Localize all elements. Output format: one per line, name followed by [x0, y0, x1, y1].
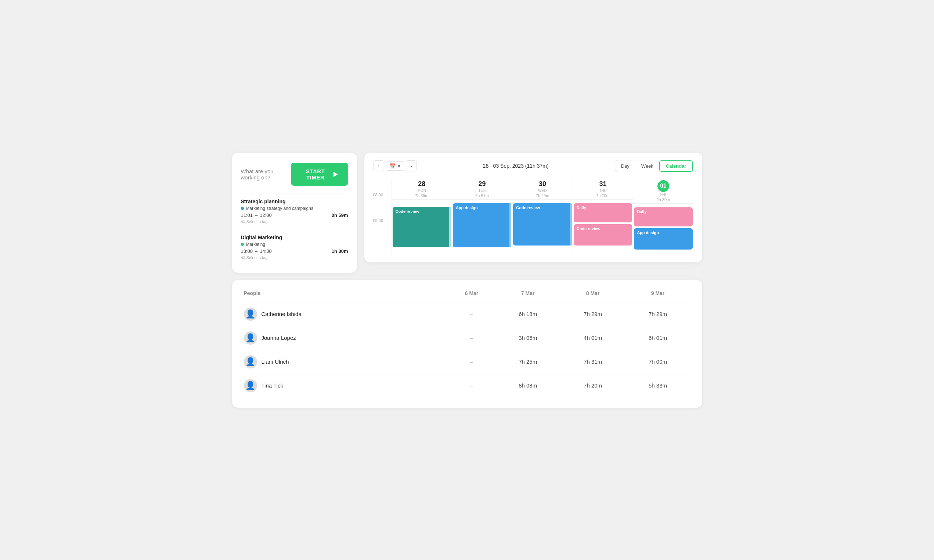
play-icon [333, 172, 338, 177]
table-row: 👤 Joanna Lopez –3h 05m4h 01m6h 01m [244, 326, 690, 350]
entry-tag[interactable]: 🏷 Select a tag [241, 255, 348, 260]
entry-start: 11:01 [241, 212, 253, 218]
person-cell: 👤 Liam Ulrich [244, 350, 448, 374]
time-label-8: 08:00 [373, 193, 392, 218]
person-day-value: 7h 29m [625, 302, 690, 326]
entry-duration: 1h 30m [332, 248, 348, 254]
tab-calendar[interactable]: Calendar [659, 160, 693, 172]
person-day-value: 7h 00m [625, 350, 690, 374]
day-number-28: 28 [394, 180, 450, 188]
entry-end: 14:30 [260, 248, 272, 254]
cal-event[interactable]: App design [453, 203, 511, 247]
calendar-grid: 08:00 09:00 28 MON 7h 39m Code review [373, 178, 693, 255]
cal-event[interactable]: Code review [393, 207, 451, 247]
day-header-thu: 31 THU 7h 20m [573, 178, 633, 200]
entry-times: 13:00 – 14:30 1h 30m [241, 248, 348, 254]
day-events-wed: Code review [513, 200, 572, 255]
avatar-icon: 👤 [245, 310, 255, 318]
day-total-mon: 7h 39m [394, 193, 450, 198]
day-header-fri: 01 FRI 2h 30m [633, 178, 693, 204]
calendar-icon: 📅 [390, 163, 395, 169]
calendar-prev-button[interactable]: ‹ [373, 160, 384, 171]
person-day-value: 6h 01m [625, 326, 690, 350]
timer-top-section: What are you working on? START TIMER [241, 160, 348, 193]
person-day-value: 7h 20m [560, 374, 625, 397]
entry-tag[interactable]: 🏷 Select a tag [241, 220, 348, 224]
entry-time-range: 13:00 – 14:30 [241, 248, 272, 254]
cal-event[interactable]: Code review [513, 203, 571, 246]
table-header-row: People 6 Mar 7 Mar 8 Mar 9 Mar [244, 290, 690, 302]
person-name: Catherine Ishida [261, 311, 301, 317]
calendar-view-tabs: Day Week Calendar [615, 160, 693, 172]
top-row: What are you working on? START TIMER Str… [232, 153, 702, 273]
time-label-9: 09:00 [373, 218, 392, 244]
col-header-people: People [244, 290, 448, 302]
table-row: 👤 Tina Tick –8h 08m7h 20m5h 33m [244, 374, 690, 397]
avatar-icon: 👤 [245, 334, 255, 342]
entry-name: Strategic planning [241, 198, 348, 205]
cal-event[interactable]: Code review [574, 224, 632, 246]
calendar-date-range: 28 - 03 Sep, 2023 (11h 37m) [483, 163, 549, 169]
calendar-date-picker[interactable]: 📅 ▾ [386, 162, 404, 171]
entry-times: 11:01 – 12:00 0h 59m [241, 212, 348, 218]
person-day-value: 4h 01m [560, 326, 625, 350]
project-dot-blue [241, 207, 244, 210]
person-name: Liam Ulrich [261, 358, 289, 365]
cal-event-strip [570, 203, 572, 246]
dropdown-arrow: ▾ [398, 163, 400, 169]
day-events-fri: Daily App design [633, 204, 693, 255]
day-header-mon: 28 MON 7h 39m [392, 178, 452, 200]
time-entries-list: Strategic planning Marketing strategy an… [241, 193, 348, 265]
people-card: People 6 Mar 7 Mar 8 Mar 9 Mar 👤 Catheri… [232, 280, 702, 408]
start-timer-label: START TIMER [301, 168, 330, 180]
calendar-day-tue: 29 TUE 6h 57m App design [452, 178, 512, 255]
col-header-7mar: 7 Mar [496, 290, 560, 302]
entry-project: Marketing [241, 242, 348, 247]
day-number-30: 30 [514, 180, 571, 188]
avatar: 👤 [244, 379, 257, 392]
person-name: Tina Tick [261, 382, 283, 389]
cal-event[interactable]: App design [634, 228, 692, 249]
day-header-wed: 30 WED 7h 29m [513, 178, 572, 200]
col-header-8mar: 8 Mar [560, 290, 625, 302]
calendar-card: ‹ 📅 ▾ › 28 - 03 Sep, 2023 (11h 37m) Day … [364, 153, 702, 262]
start-timer-button[interactable]: START TIMER [291, 163, 348, 186]
dash: – [470, 335, 473, 341]
people-table: People 6 Mar 7 Mar 8 Mar 9 Mar 👤 Catheri… [244, 290, 690, 397]
entry-name: Digital Marketing [241, 234, 348, 240]
tag-label: Select a tag [247, 255, 268, 260]
calendar-day-columns: 28 MON 7h 39m Code review 29 [392, 178, 693, 255]
dash: – [470, 382, 473, 389]
table-row: 👤 Liam Ulrich –7h 25m7h 31m7h 00m [244, 350, 690, 374]
day-name-fri: FRI [635, 193, 692, 197]
person-cell: 👤 Joanna Lopez [244, 326, 448, 350]
cal-event[interactable]: Daily [574, 203, 632, 222]
day-name-wed: WED [514, 189, 571, 193]
entry-project: Marketing strategy and campaigns [241, 206, 348, 211]
entry-start: 13:00 [241, 248, 253, 254]
dash: – [470, 358, 473, 365]
tab-week[interactable]: Week [635, 160, 659, 172]
avatar: 👤 [244, 308, 257, 321]
person-day-value: 8h 08m [496, 374, 560, 397]
person-cell: 👤 Tina Tick [244, 374, 448, 397]
person-name: Joanna Lopez [261, 335, 296, 341]
calendar-day-mon: 28 MON 7h 39m Code review [392, 178, 452, 255]
tab-day[interactable]: Day [615, 160, 635, 172]
day-number-01: 01 [658, 180, 669, 192]
calendar-day-fri: 01 FRI 2h 30m Daily App design [633, 178, 693, 255]
person-day-value: 7h 29m [560, 302, 625, 326]
day-total-tue: 6h 57m [454, 193, 511, 198]
avatar-icon: 👤 [245, 382, 255, 390]
cal-event[interactable]: Daily [634, 207, 692, 226]
calendar-day-wed: 30 WED 7h 29m Code review [512, 178, 572, 255]
calendar-next-button[interactable]: › [406, 160, 417, 171]
entry-end: 12:00 [260, 212, 272, 218]
tag-label: Select a tag [247, 220, 268, 224]
calendar-time-column: 08:00 09:00 [373, 178, 392, 255]
day-events-thu: Daily Code review [573, 200, 633, 255]
col-header-6mar: 6 Mar [448, 290, 495, 302]
cal-event-strip [509, 203, 511, 247]
day-total-thu: 7h 20m [574, 193, 631, 198]
entry-time-range: 11:01 – 12:00 [241, 212, 272, 218]
